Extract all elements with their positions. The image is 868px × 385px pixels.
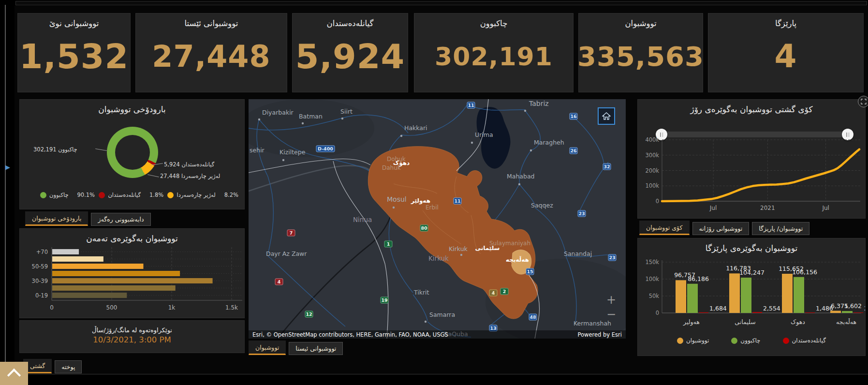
- legend-pct: 90.1%: [77, 192, 95, 198]
- expand-panel-icon[interactable]: [858, 96, 868, 107]
- map-city-label: sehir: [250, 147, 265, 154]
- legend-label: گیانلەدەستدان: [108, 192, 141, 198]
- tab-map-1[interactable]: تووشبوان: [249, 341, 286, 355]
- stat-card-value: 302,191: [435, 28, 553, 92]
- svg-text:+70: +70: [36, 249, 48, 255]
- tab-bottom-2[interactable]: پوخته: [55, 360, 82, 373]
- road-shield: 16: [570, 114, 577, 119]
- stat-card-5: تووشبوان335,563: [578, 13, 703, 92]
- tab-right-1[interactable]: کۆی تووشبوان: [639, 221, 690, 235]
- svg-text:0-19: 0-19: [35, 292, 48, 299]
- legend-dot: [99, 192, 105, 198]
- stat-card-label: تووشبوانی نوێ: [49, 19, 99, 28]
- status-panel: بارودۆخی تووشبوان چاکبوون 302,191 گیانلە…: [19, 99, 245, 209]
- region-map[interactable]: DiyarbakirBatmanSiirtHakkariUrimaTabrizM…: [249, 99, 626, 339]
- stat-card-1: تووشبوانی نوێ1,532: [17, 13, 131, 92]
- map-city-label: Urima: [475, 131, 493, 138]
- svg-text:2,554: 2,554: [763, 305, 780, 312]
- map-city-label: Diyarbakir: [262, 109, 294, 116]
- stat-card-value: 27,448: [152, 28, 270, 92]
- legend-label: چاکبوون: [740, 337, 760, 344]
- donut-legend-item-1: چاکبوون90.1%: [40, 192, 95, 198]
- age-panel: تووشبوان بەگوێرەی تەمەن 05001k1.5k+7050-…: [19, 228, 245, 318]
- callout-connector: [147, 175, 159, 178]
- zoom-out-button[interactable]: −: [606, 307, 616, 322]
- map-city-label: Maragheh: [534, 139, 564, 146]
- stat-card-value: 4: [775, 28, 797, 92]
- callout-connector: [95, 148, 107, 151]
- legend-dot: [677, 338, 683, 344]
- svg-text:150k: 150k: [645, 259, 659, 266]
- donut-legend-item-3: لەژیر چارەسەردا8.2%: [167, 192, 238, 198]
- svg-text:0: 0: [656, 198, 659, 205]
- road-shield: 48: [530, 314, 536, 320]
- tab-left-2[interactable]: دابەشبوونی رەگەز: [91, 213, 150, 226]
- left-sidebar-strip: ▶: [0, 0, 15, 385]
- map-city-label: Mosul: [387, 195, 407, 203]
- svg-text:50k: 50k: [649, 293, 660, 299]
- expand-arrows-icon: [861, 99, 867, 104]
- trend-panel: کۆی گشتی تووشبوان بەگوێرەی رۆژ 400k300k2…: [637, 99, 866, 219]
- svg-text:30-39: 30-39: [32, 278, 48, 284]
- svg-text:100k: 100k: [645, 182, 659, 189]
- road-shield: D-400: [318, 146, 333, 151]
- tab-right-label-3: تووشبوان/ پاریزگا: [759, 225, 803, 232]
- scroll-up-button[interactable]: [0, 362, 28, 385]
- road-shield: 2: [503, 289, 506, 294]
- map-home-button[interactable]: [598, 107, 615, 125]
- road-shield: 12: [306, 311, 312, 317]
- road-shield: 4: [278, 279, 281, 284]
- legend-label: گیانلەدەستدان: [792, 337, 826, 344]
- donut-legend-item-2: گیانلەدەستدان1.8%: [99, 192, 163, 198]
- svg-text:0: 0: [656, 310, 659, 316]
- covid-dashboard: ▶ تووشبوانی نوێ1,532تووشبوانی ئێستا27,44…: [0, 0, 868, 385]
- map-tab-bar: تووشبوانتووشبوانی ئیستا: [249, 341, 346, 355]
- tab-right-3[interactable]: تووشبوان/ پاریزگا: [752, 222, 809, 235]
- tab-map-2[interactable]: تووشبوانی ئیستا: [289, 342, 343, 355]
- tab-left-1[interactable]: بارودۆخی تووشبوان: [25, 211, 88, 226]
- svg-text:400k: 400k: [645, 136, 659, 143]
- svg-text:100k: 100k: [645, 276, 659, 282]
- collapsed-header-strip: [15, 1, 867, 5]
- svg-text:هەڵەبجە: هەڵەبجە: [836, 318, 856, 326]
- svg-text:500: 500: [106, 304, 118, 311]
- road-shield: 19: [381, 297, 387, 303]
- province-legend: تووشبوانچاکبوونگیانلەدەستدان: [638, 337, 865, 344]
- svg-text:200: 200: [864, 305, 865, 312]
- map-governorate-label: هەڵەبجە: [506, 256, 529, 263]
- road-shield: 23: [578, 211, 585, 216]
- tab-right-2[interactable]: تووشبوانی رۆژانە: [692, 222, 750, 235]
- svg-text:Jul: Jul: [709, 205, 717, 211]
- map-city-label: Samarra: [429, 311, 455, 318]
- road-shield: 23: [609, 255, 615, 260]
- legend-dot: [783, 338, 789, 344]
- map-city-label: Siirt: [340, 108, 353, 115]
- callout-label: لەژیر چارەسەردا: [181, 173, 220, 179]
- callout-label: گیانلەدەستدان: [182, 161, 215, 168]
- tab-map-label-1: تووشبوان: [255, 344, 279, 351]
- legend-label: تووشبوان: [686, 337, 709, 344]
- map-city-label: Batman: [299, 113, 323, 120]
- callout-label: چاکبوون: [58, 146, 77, 153]
- zoom-in-button[interactable]: +: [606, 293, 616, 307]
- sidebar-expand-icon[interactable]: ▶: [5, 163, 10, 171]
- map-city-label: Saqqez: [531, 202, 553, 209]
- callout-value: 302,191: [33, 146, 57, 153]
- donut-callout-active: لەژیر چارەسەردا 27,448: [160, 173, 220, 179]
- stat-card-4: چاکبوون302,191: [414, 13, 574, 92]
- province-panel-title: تووشبوان بەگوێرەی پارێزگا: [638, 243, 865, 253]
- map-city-label: Hakkari: [404, 124, 427, 132]
- bottom-divider: [0, 374, 868, 374]
- updated-panel: نوێکراوەتەوە لە مانگ/رۆژ/ساڵ 10/3/2021, …: [19, 320, 245, 353]
- svg-text:0: 0: [50, 304, 54, 311]
- map-governorate-label: هەولێر: [411, 197, 430, 205]
- stat-card-value: 335,563: [577, 28, 704, 92]
- svg-text:1.5k: 1.5k: [225, 304, 238, 311]
- map-governorate-label: سلێمانی: [475, 245, 500, 252]
- tab-left-label-2: دابەشبوونی رەگەز: [98, 216, 144, 223]
- road-shield: 1: [387, 241, 390, 247]
- province-panel: تووشبوان بەگوێرەی پارێزگا 050k100k150k96…: [637, 238, 866, 356]
- map-area-label: Ninua: [353, 216, 372, 223]
- svg-text:50-59: 50-59: [32, 263, 48, 270]
- home-icon: [602, 112, 611, 120]
